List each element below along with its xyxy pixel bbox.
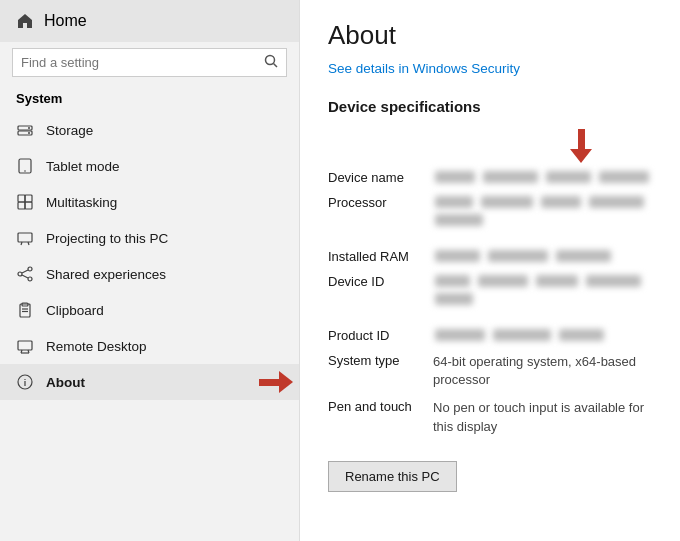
sidebar-item-shared-label: Shared experiences <box>46 267 166 282</box>
spec-label-4: Device ID <box>328 271 433 292</box>
sidebar-item-remote-label: Remote Desktop <box>46 339 147 354</box>
main-content: About See details in Windows Security De… <box>300 0 680 541</box>
sidebar-item-about[interactable]: iAbout <box>0 364 299 400</box>
svg-line-18 <box>22 270 28 273</box>
blurred-bar <box>546 171 591 183</box>
spec-value-4 <box>433 271 652 309</box>
sidebar-item-projecting[interactable]: Projecting to this PC <box>0 220 299 256</box>
spec-row-3: Installed RAM <box>328 246 652 267</box>
blurred-bar <box>435 171 475 183</box>
page-title: About <box>328 20 652 51</box>
search-icon <box>264 54 278 71</box>
svg-point-7 <box>24 170 26 172</box>
shared-icon <box>16 265 34 283</box>
spec-row-7: System type64-bit operating system, x64-… <box>328 350 652 392</box>
down-arrow <box>570 129 592 163</box>
blurred-bar <box>556 250 611 262</box>
spec-label-8: Pen and touch <box>328 396 433 417</box>
spec-value-6 <box>433 325 606 345</box>
spec-value-0 <box>433 167 651 187</box>
sidebar-item-multitasking[interactable]: Multitasking <box>0 184 299 220</box>
blurred-bar <box>541 196 581 208</box>
svg-rect-8 <box>18 195 25 202</box>
about-icon: i <box>16 373 34 391</box>
sidebar: Home System StorageTablet modeMultitaski… <box>0 0 300 541</box>
svg-rect-24 <box>18 341 32 350</box>
svg-line-1 <box>274 64 278 68</box>
spec-row-4: Device ID <box>328 271 652 309</box>
svg-rect-10 <box>18 202 25 209</box>
multitasking-icon <box>16 193 34 211</box>
spec-row-8: Pen and touchNo pen or touch input is av… <box>328 396 652 438</box>
system-section-label: System <box>0 87 299 112</box>
spec-label-6: Product ID <box>328 325 433 346</box>
spec-value-7: 64-bit operating system, x64-based proce… <box>433 350 652 392</box>
svg-rect-9 <box>25 195 32 202</box>
svg-point-0 <box>266 56 275 65</box>
svg-point-4 <box>28 127 30 129</box>
blurred-bar <box>435 329 485 341</box>
specs-list: Device nameProcessorInstalled RAMDevice … <box>328 129 652 439</box>
blurred-bar <box>435 293 473 305</box>
spec-row-0: Device name <box>328 167 652 188</box>
sidebar-item-clipboard-label: Clipboard <box>46 303 104 318</box>
nav-list: StorageTablet modeMultitaskingProjecting… <box>0 112 299 400</box>
spec-value-1 <box>433 192 652 230</box>
sidebar-item-tablet[interactable]: Tablet mode <box>0 148 299 184</box>
sidebar-item-multitasking-label: Multitasking <box>46 195 117 210</box>
sidebar-item-storage[interactable]: Storage <box>0 112 299 148</box>
svg-text:i: i <box>24 378 27 388</box>
svg-rect-12 <box>18 233 32 242</box>
spec-label-3: Installed RAM <box>328 246 433 267</box>
svg-rect-11 <box>25 202 32 209</box>
svg-point-5 <box>28 132 30 134</box>
rename-pc-button[interactable]: Rename this PC <box>328 461 457 492</box>
blurred-bar <box>435 275 470 287</box>
security-link[interactable]: See details in Windows Security <box>328 61 520 76</box>
blurred-bar <box>435 214 483 226</box>
svg-point-15 <box>28 267 32 271</box>
svg-point-16 <box>18 272 22 276</box>
arrow-body <box>259 379 279 386</box>
spec-row-5 <box>328 313 652 321</box>
sidebar-item-home[interactable]: Home <box>0 0 299 42</box>
tablet-icon <box>16 157 34 175</box>
remote-icon <box>16 337 34 355</box>
sidebar-item-remote[interactable]: Remote Desktop <box>0 328 299 364</box>
blurred-bar <box>435 250 480 262</box>
blurred-bar <box>536 275 578 287</box>
blurred-bar <box>481 196 533 208</box>
blurred-bar <box>586 275 641 287</box>
home-icon <box>16 12 34 30</box>
blurred-bar <box>483 171 538 183</box>
blurred-bar <box>478 275 528 287</box>
spec-row-6: Product ID <box>328 325 652 346</box>
svg-line-19 <box>22 275 28 278</box>
svg-point-17 <box>28 277 32 281</box>
blurred-bar <box>599 171 649 183</box>
blurred-bar <box>435 196 473 208</box>
storage-icon <box>16 121 34 139</box>
spec-row-1: Processor <box>328 192 652 230</box>
clipboard-icon <box>16 301 34 319</box>
spec-value-8: No pen or touch input is available for t… <box>433 396 652 438</box>
sidebar-item-about-label: About <box>46 375 85 390</box>
sidebar-item-shared[interactable]: Shared experiences <box>0 256 299 292</box>
sidebar-item-projecting-label: Projecting to this PC <box>46 231 168 246</box>
arrow-head <box>279 371 293 393</box>
device-specs-title: Device specifications <box>328 98 652 115</box>
sidebar-item-tablet-label: Tablet mode <box>46 159 120 174</box>
spec-label-0: Device name <box>328 167 433 188</box>
spec-row-2 <box>328 234 652 242</box>
sidebar-item-storage-label: Storage <box>46 123 93 138</box>
sidebar-item-clipboard[interactable]: Clipboard <box>0 292 299 328</box>
spec-label-1: Processor <box>328 192 433 213</box>
specs-arrow-indicator <box>328 129 652 163</box>
search-input[interactable] <box>21 55 258 70</box>
blurred-bar <box>559 329 604 341</box>
projecting-icon <box>16 229 34 247</box>
search-box[interactable] <box>12 48 287 77</box>
home-label: Home <box>44 12 87 30</box>
blurred-bar <box>589 196 644 208</box>
blurred-bar <box>488 250 548 262</box>
